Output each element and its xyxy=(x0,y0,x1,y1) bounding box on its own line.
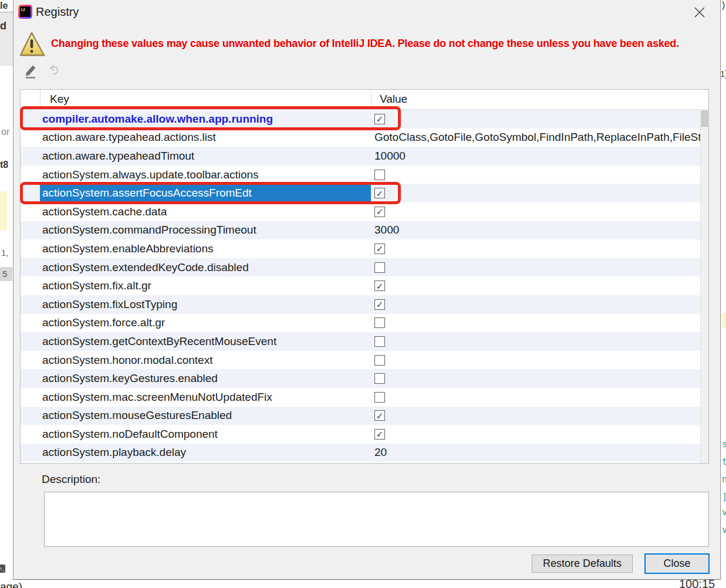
table-row[interactable]: actionSystem.playback.delay20 xyxy=(21,444,701,462)
table-row[interactable]: actionSystem.always.update.toolbar.actio… xyxy=(21,165,701,184)
table-row[interactable]: actionSystem.honor.modal.context xyxy=(21,351,701,370)
table-row[interactable]: action.aware.typeahead.actions.listGotoC… xyxy=(21,129,701,147)
table-row[interactable]: actionSystem.keyGestures.enabled xyxy=(21,369,701,388)
registry-key[interactable]: actionSystem.enableAbbreviations xyxy=(40,239,371,258)
checkbox-unchecked[interactable] xyxy=(374,355,385,366)
registry-key[interactable]: actionSystem.noDefaultComponent xyxy=(40,425,371,444)
registry-key[interactable]: action.aware.typeahead.actions.list xyxy=(40,129,371,147)
registry-value-text: 3000 xyxy=(374,224,399,236)
background-text-fragment: 1] xyxy=(720,69,726,79)
table-row[interactable]: actionSystem.assertFocusAccessFromEdt✓ xyxy=(21,184,701,202)
registry-key[interactable]: actionSystem.playback.delay xyxy=(40,444,371,462)
table-row[interactable]: actionSystem.fixLostTyping✓ xyxy=(21,295,701,314)
table-row[interactable]: actionSystem.commandProcessingTimeout300… xyxy=(21,221,701,240)
column-divider xyxy=(40,90,40,109)
table-row[interactable]: actionSystem.getContextByRecentMouseEven… xyxy=(21,332,701,351)
table-row[interactable]: actionSystem.enableAbbreviations✓ xyxy=(21,239,701,258)
registry-key[interactable]: actionSystem.cache.data xyxy=(40,202,371,221)
table-row[interactable]: actionSystem.cache.data✓ xyxy=(21,202,701,221)
registry-key[interactable]: actionSystem.honor.modal.context xyxy=(40,351,371,370)
code-text-fragment: t xyxy=(722,457,726,467)
checkbox-unchecked[interactable] xyxy=(374,373,385,384)
registry-key[interactable]: actionSystem.fix.alt.gr xyxy=(40,276,371,295)
code-text-fragment: s xyxy=(722,439,726,450)
registry-value-cell: ✓ xyxy=(372,110,701,129)
checkbox-checked[interactable]: ✓ xyxy=(374,207,385,217)
checkbox-checked[interactable]: ✓ xyxy=(374,188,385,198)
checkbox-unchecked[interactable] xyxy=(374,170,385,180)
table-row[interactable]: compiler.automake.allow.when.app.running… xyxy=(21,110,701,129)
dialog-titlebar[interactable]: IJ Registry xyxy=(13,0,720,25)
terminal-icon: >_ xyxy=(0,565,5,573)
background-text-fragment: age) xyxy=(0,580,22,588)
registry-value-cell xyxy=(372,388,701,407)
registry-key[interactable]: actionSystem.keyGestures.enabled xyxy=(40,369,371,388)
close-button[interactable]: Close xyxy=(644,553,710,574)
column-header-key[interactable]: Key xyxy=(50,93,69,106)
background-text-fragment: or xyxy=(1,127,9,137)
checkbox-unchecked[interactable] xyxy=(374,336,385,347)
screen: le d or t8 1, 5 >_ ) 1] s t n ] v v age)… xyxy=(0,0,726,588)
background-text-fragment: le xyxy=(0,1,8,11)
scrollbar-thumb[interactable] xyxy=(701,111,708,127)
table-row[interactable]: actionSystem.force.alt.gr xyxy=(21,314,701,333)
warning-icon xyxy=(17,29,46,61)
dialog-title: Registry xyxy=(36,5,79,19)
checkbox-checked[interactable]: ✓ xyxy=(374,429,385,440)
registry-key[interactable]: actionSystem.always.update.toolbar.actio… xyxy=(40,165,371,184)
registry-key[interactable]: actionSystem.extendedKeyCode.disabled xyxy=(40,258,371,277)
table-row[interactable]: actionSystem.mouseGesturesEnabled✓ xyxy=(21,407,701,425)
registry-key[interactable]: actionSystem.mouseGesturesEnabled xyxy=(40,407,371,425)
code-text-fragment: v xyxy=(722,507,726,518)
checkbox-checked[interactable]: ✓ xyxy=(374,299,385,310)
table-row[interactable]: actionSystem.noDefaultComponent✓ xyxy=(21,425,701,444)
registry-value-cell xyxy=(372,314,701,333)
checkbox-checked[interactable]: ✓ xyxy=(374,281,385,291)
registry-key[interactable]: actionSystem.fixLostTyping xyxy=(40,295,371,314)
checkbox-checked[interactable]: ✓ xyxy=(374,410,385,421)
revert-button[interactable] xyxy=(47,64,61,80)
table-row[interactable]: action.aware.typeaheadTimout10000 xyxy=(21,147,701,165)
table-row[interactable]: actionSystem.fix.alt.gr✓ xyxy=(21,276,701,295)
registry-value-cell: ✓ xyxy=(372,407,701,425)
registry-key[interactable]: actionSystem.commandProcessingTimeout xyxy=(40,221,371,240)
vertical-scrollbar[interactable] xyxy=(700,110,708,463)
warning-message: Changing these values may cause unwanted… xyxy=(51,38,715,50)
edit-value-button[interactable] xyxy=(23,63,39,82)
registry-key[interactable]: actionSystem.assertFocusAccessFromEdt xyxy=(40,184,371,202)
checkbox-unchecked[interactable] xyxy=(374,392,385,403)
restore-defaults-button[interactable]: Restore Defaults xyxy=(532,555,633,573)
dialog-button-row: Restore Defaults Close xyxy=(13,552,720,576)
registry-value-cell: ✓ xyxy=(372,184,701,202)
background-window-bottom xyxy=(0,580,726,588)
intellij-idea-logo-icon: IJ xyxy=(18,5,32,19)
background-window-left xyxy=(0,0,13,588)
registry-key[interactable]: actionSystem.mac.screenMenuNotUpdatedFix xyxy=(40,388,371,407)
column-header-value[interactable]: Value xyxy=(380,93,407,106)
checkbox-unchecked[interactable] xyxy=(374,262,385,273)
registry-value-cell: GotoClass,GotoFile,GotoSymbol,FindInPath… xyxy=(372,129,701,147)
registry-key[interactable]: actionSystem.getContextByRecentMouseEven… xyxy=(40,332,371,351)
checkbox-unchecked[interactable] xyxy=(374,317,385,328)
column-divider[interactable] xyxy=(371,90,372,109)
background-text-fragment: ) xyxy=(722,0,725,11)
registry-value-cell: 3000 xyxy=(372,221,701,240)
registry-key[interactable]: compiler.automake.allow.when.app.running xyxy=(40,110,371,129)
table-header[interactable]: Key Value xyxy=(21,90,708,110)
registry-value-cell: ✓ xyxy=(372,425,701,444)
code-text-fragment: n xyxy=(722,474,726,485)
close-icon[interactable] xyxy=(691,5,708,20)
table-row[interactable]: actionSystem.extendedKeyCode.disabled xyxy=(21,258,701,277)
background-text-fragment: 1, xyxy=(1,248,9,258)
description-field[interactable] xyxy=(44,492,709,547)
checkbox-checked[interactable]: ✓ xyxy=(374,114,385,124)
registry-key[interactable]: actionSystem.force.alt.gr xyxy=(40,314,371,333)
table-row[interactable]: actionSystem.mac.screenMenuNotUpdatedFix xyxy=(21,388,701,407)
registry-value-cell: ✓ xyxy=(372,295,701,314)
registry-value-cell xyxy=(372,165,701,184)
registry-value-cell xyxy=(372,351,701,370)
checkbox-checked[interactable]: ✓ xyxy=(374,244,385,254)
code-text-fragment: v xyxy=(722,525,726,535)
background-highlight-block xyxy=(721,313,726,328)
registry-key[interactable]: action.aware.typeaheadTimout xyxy=(40,147,371,165)
